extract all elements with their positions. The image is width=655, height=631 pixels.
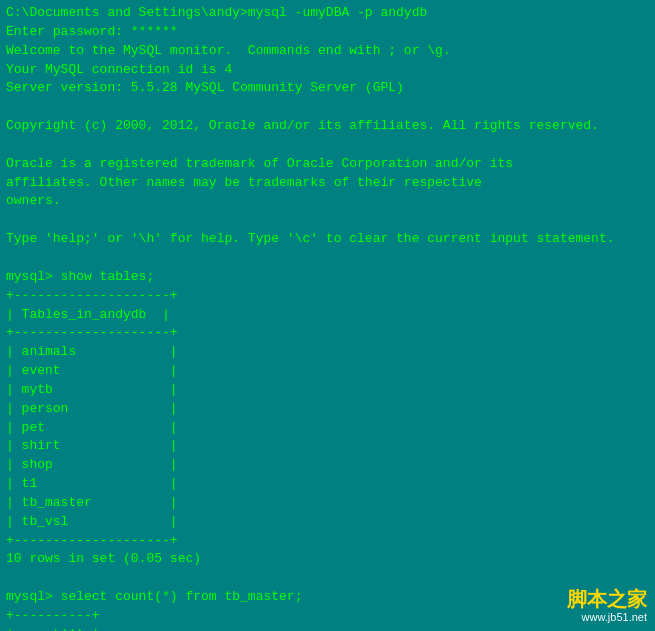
terminal-line: +--------------------+	[6, 532, 649, 551]
terminal-line	[6, 211, 649, 230]
terminal-line: Oracle is a registered trademark of Orac…	[6, 155, 649, 174]
terminal-line	[6, 98, 649, 117]
terminal-line: | shirt |	[6, 437, 649, 456]
terminal-line: | tb_master |	[6, 494, 649, 513]
terminal-line: | person |	[6, 400, 649, 419]
terminal-line: owners.	[6, 192, 649, 211]
terminal-line: Type 'help;' or '\h' for help. Type '\c'…	[6, 230, 649, 249]
terminal-line: +----------+	[6, 607, 649, 626]
terminal-line: | count(*) |	[6, 626, 649, 631]
watermark-url: www.jb51.net	[582, 611, 647, 623]
terminal-line: | mytb |	[6, 381, 649, 400]
terminal-line: | tb_vsl |	[6, 513, 649, 532]
terminal-line: Copyright (c) 2000, 2012, Oracle and/or …	[6, 117, 649, 136]
terminal-line: affiliates. Other names may be trademark…	[6, 174, 649, 193]
terminal-line: | pet |	[6, 419, 649, 438]
terminal-line	[6, 569, 649, 588]
terminal-line: | t1 |	[6, 475, 649, 494]
terminal-line: +--------------------+	[6, 287, 649, 306]
terminal-line: mysql> show tables;	[6, 268, 649, 287]
terminal-line: | shop |	[6, 456, 649, 475]
terminal-line: | Tables_in_andydb |	[6, 306, 649, 325]
terminal-output: C:\Documents and Settings\andy>mysql -um…	[6, 4, 649, 631]
watermark: 脚本之家 www.jb51.net	[567, 589, 647, 623]
terminal-line	[6, 136, 649, 155]
terminal-line: | animals |	[6, 343, 649, 362]
terminal-line: 10 rows in set (0.05 sec)	[6, 550, 649, 569]
watermark-logo: 脚本之家	[567, 589, 647, 609]
terminal-line: mysql> select count(*) from tb_master;	[6, 588, 649, 607]
terminal-line: Enter password: ******	[6, 23, 649, 42]
terminal-line: | event |	[6, 362, 649, 381]
terminal-line: Welcome to the MySQL monitor. Commands e…	[6, 42, 649, 61]
terminal-window: C:\Documents and Settings\andy>mysql -um…	[0, 0, 655, 631]
terminal-line	[6, 249, 649, 268]
terminal-line: Server version: 5.5.28 MySQL Community S…	[6, 79, 649, 98]
terminal-line: C:\Documents and Settings\andy>mysql -um…	[6, 4, 649, 23]
terminal-line: +--------------------+	[6, 324, 649, 343]
terminal-line: Your MySQL connection id is 4	[6, 61, 649, 80]
